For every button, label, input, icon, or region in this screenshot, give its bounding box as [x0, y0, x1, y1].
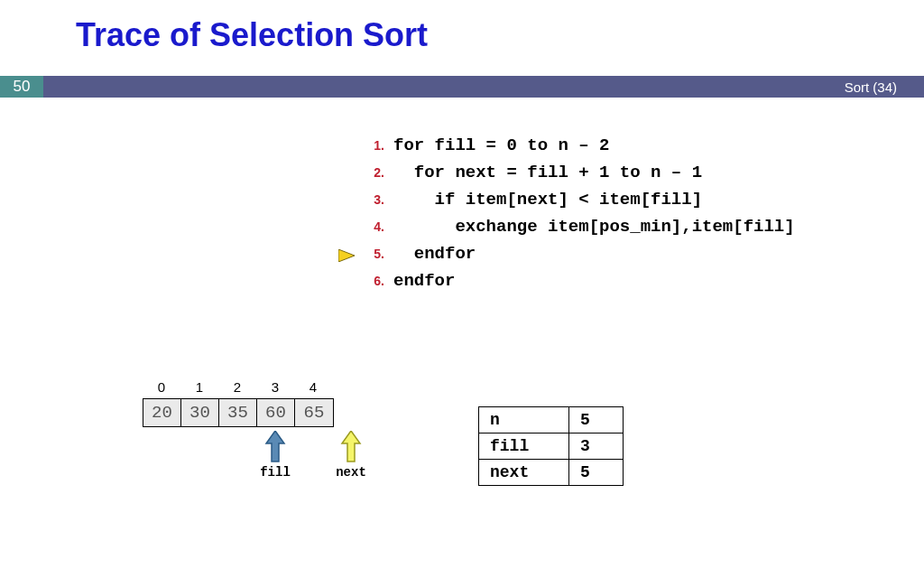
code-line: 2. for next = fill + 1 to n – 1 [359, 163, 795, 190]
array-index-row: 01234 [143, 379, 334, 395]
header-right-label: Sort (34) [845, 79, 924, 95]
current-line-pointer-icon [338, 249, 356, 262]
array-cell: 30 [181, 399, 219, 426]
code-line-number: 2. [359, 165, 384, 180]
table-row: fill3 [479, 434, 624, 460]
page-title: Trace of Selection Sort [76, 16, 428, 54]
array-cell: 20 [143, 399, 181, 426]
array-pointer-row: fillnext [143, 427, 334, 490]
var-value: 5 [569, 460, 624, 486]
array-index: 0 [143, 379, 180, 395]
arrow-up-icon [340, 431, 362, 463]
svg-marker-2 [342, 431, 360, 461]
array-pointer-fill: fill [256, 427, 294, 480]
table-row: next5 [479, 460, 624, 486]
var-name: n [479, 407, 569, 434]
code-line-number: 1. [359, 138, 384, 153]
array-cell: 65 [295, 399, 333, 426]
array-index: 2 [218, 379, 256, 395]
table-row: n5 [479, 407, 624, 434]
code-line-text: if item[next] < item[fill] [393, 190, 702, 210]
code-line-number: 4. [359, 219, 384, 234]
array-cell: 60 [257, 399, 295, 426]
code-line-text: endfor [393, 271, 455, 291]
array-visualization: 01234 2030356065 fillnext [143, 379, 334, 490]
header-bar: 50 Sort (34) [0, 76, 924, 98]
code-line-text: exchange item[pos_min],item[fill] [393, 217, 795, 237]
code-line: 5. endfor [359, 244, 795, 271]
pseudocode-block: 1.for fill = 0 to n – 22. for next = fil… [359, 135, 795, 298]
array-cell: 35 [219, 399, 257, 426]
page-number-badge: 50 [0, 76, 43, 98]
array-pointer-label: next [332, 465, 370, 480]
code-line-number: 5. [359, 247, 384, 261]
code-line-text: endfor [393, 244, 476, 264]
code-line: 4. exchange item[pos_min],item[fill] [359, 217, 795, 244]
code-line: 6.endfor [359, 271, 795, 298]
var-value: 3 [569, 434, 624, 460]
code-line: 1.for fill = 0 to n – 2 [359, 135, 795, 163]
arrow-up-icon [264, 431, 286, 463]
array-cell-row: 2030356065 [143, 398, 334, 427]
array-index: 4 [294, 379, 332, 395]
array-index: 3 [256, 379, 294, 395]
var-name: next [479, 460, 569, 486]
code-line-text: for next = fill + 1 to n – 1 [393, 163, 702, 182]
array-pointer-next: next [332, 427, 370, 480]
code-line-text: for fill = 0 to n – 2 [393, 135, 609, 155]
svg-marker-1 [266, 431, 284, 461]
variables-table: n5fill3next5 [478, 406, 624, 486]
var-value: 5 [569, 407, 624, 434]
svg-marker-0 [338, 249, 355, 262]
array-pointer-label: fill [256, 465, 294, 480]
array-index: 1 [180, 379, 218, 395]
code-line-number: 6. [359, 274, 384, 288]
code-line-number: 3. [359, 192, 384, 207]
var-name: fill [479, 434, 569, 460]
code-line: 3. if item[next] < item[fill] [359, 190, 795, 217]
